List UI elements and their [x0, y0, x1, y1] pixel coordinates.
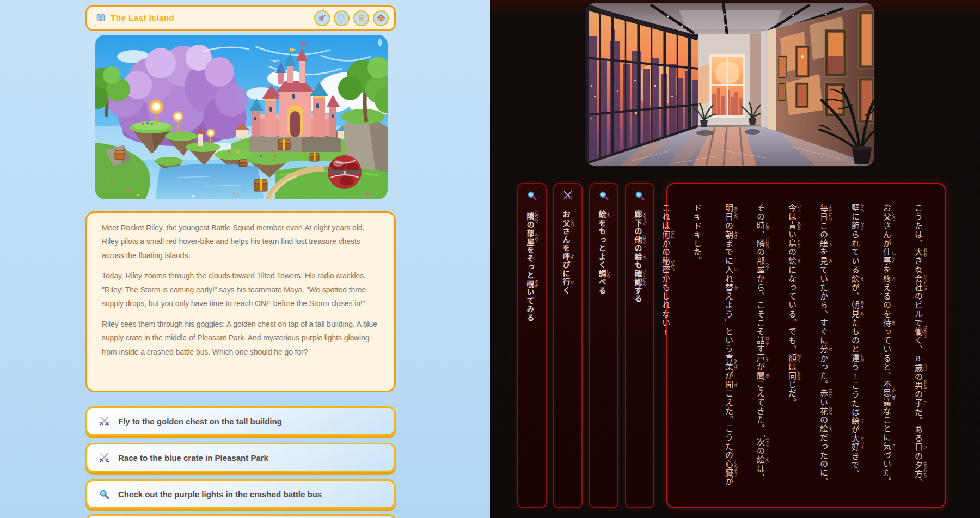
red-sphere: [328, 155, 362, 189]
crossed-swords-icon: [99, 452, 110, 464]
choice-call-father[interactable]: お父とうさんを呼よびに行いく: [553, 183, 583, 508]
choice-purple-lights[interactable]: Check out the purple lights in the crash…: [85, 479, 396, 509]
home-button[interactable]: [373, 10, 389, 26]
story-paragraph: 壁かべに飾かざられている絵えが、朝あさ見みたものと違ちがう!こうたは絵えが大好だ…: [776, 204, 871, 487]
crossed-swords-icon: [562, 190, 573, 201]
choice-label: Fly to the golden chest on the tall buil…: [118, 417, 282, 426]
story-paragraph: Meet Rocket Riley, the youngest Battle S…: [102, 221, 379, 263]
title-wrap: The Last Island: [96, 13, 174, 23]
mute-button[interactable]: [314, 10, 330, 26]
choice-label: お父とうさんを呼よびに行いく: [561, 210, 574, 295]
japanese-story-text: こうたは、大おおきな会社かいしゃのビルで働はたらく、8歳さいの男おとこの子こだ。…: [678, 204, 934, 487]
story-app-panel: The Last Island: [0, 0, 490, 518]
story-illustration-floating-islands: [95, 35, 388, 199]
choice-peek-next-room[interactable]: 隣となりの部屋へやをそっと覗のぞいてみる: [517, 183, 547, 508]
crossed-swords-icon: [99, 416, 110, 427]
gallery-illustration: [586, 3, 874, 166]
magnifier-icon: [634, 190, 645, 201]
choice-examine-painting[interactable]: 絵えをもっとよく調しらべる: [589, 183, 618, 508]
scroll-icon: [357, 14, 366, 22]
night-mode-button[interactable]: [334, 10, 350, 26]
japanese-story-panel: 隣となりの部屋へやをそっと覗のぞいてみる お父とうさんを呼よびに行いく 絵えをも…: [490, 0, 980, 518]
open-book-icon: [96, 13, 106, 23]
story-paragraph: これは何なにかの秘密ひみつかもしれない!: [650, 204, 681, 487]
story-title: The Last Island: [111, 13, 174, 23]
story-text-card: Meet Rocket Riley, the youngest Battle S…: [85, 211, 396, 392]
choice-label: 廊下ろうかの他ほかの絵えも確認かくにんする: [633, 210, 646, 303]
house-icon: [377, 14, 385, 22]
header-toolbar: [310, 10, 389, 26]
japanese-story-text-card: こうたは、大おおきな会社かいしゃのビルで働はたらく、8歳さいの男おとこの子こだ。…: [666, 183, 946, 508]
story-paragraph: その時とき、隣となりの部屋へやから、こそこそ話はなす声こえが聞きこえてきた。「次…: [681, 204, 776, 487]
choice-label: Check out the purple lights in the crash…: [118, 490, 322, 499]
story-scroll-button[interactable]: [353, 10, 369, 26]
story-paragraph: Today, Riley zooms through the clouds to…: [102, 269, 379, 310]
choice-partial[interactable]: [85, 514, 396, 518]
story-paragraph: こうたは、大おおきな会社かいしゃのビルで働はたらく、8歳さいの男おとこの子こだ。…: [871, 204, 934, 487]
magnifier-icon: [526, 190, 537, 201]
moon-icon: [338, 14, 346, 22]
magnifier-icon: [99, 489, 110, 500]
choice-label: 絵えをもっとよく調しらべる: [597, 210, 610, 295]
story-paragraph: Riley sees them through his goggles: A g…: [102, 318, 379, 359]
choice-label: 隣となりの部屋へやをそっと覗のぞいてみる: [525, 210, 538, 322]
muted-speaker-icon: [318, 14, 327, 22]
choice-blue-crate[interactable]: Race to the blue crate in Pleasant Park: [85, 443, 396, 472]
choice-golden-chest[interactable]: Fly to the golden chest on the tall buil…: [85, 406, 396, 436]
choice-label: Race to the blue crate in Pleasant Park: [118, 453, 268, 462]
magnifier-icon: [598, 190, 609, 201]
story-header: The Last Island: [85, 5, 396, 31]
